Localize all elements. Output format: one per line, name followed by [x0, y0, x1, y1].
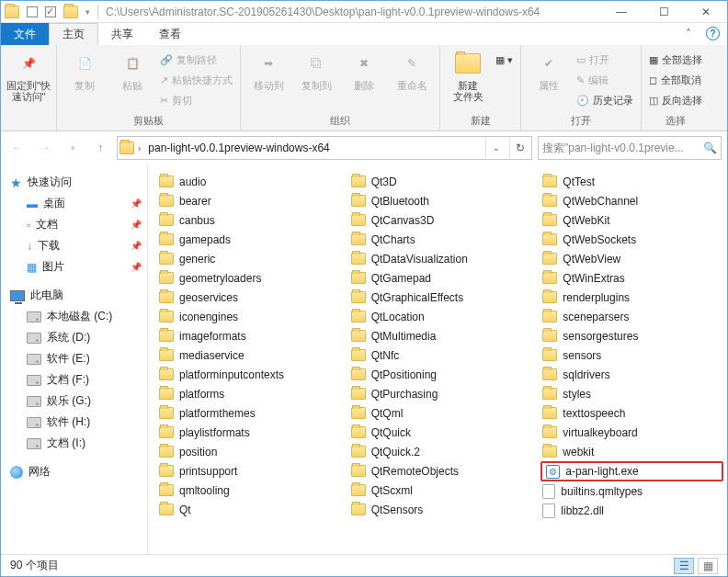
folder-item[interactable]: QtGamepad [349, 268, 532, 288]
view-details-button[interactable]: ☰ [674, 558, 694, 574]
folder-item[interactable]: renderplugins [540, 288, 723, 307]
folder-item[interactable]: imageformats [157, 326, 340, 345]
folder-item[interactable]: QtRemoteObjects [349, 461, 532, 481]
qat-checkbox-2[interactable] [45, 6, 56, 17]
close-button[interactable]: ✕ [685, 1, 727, 23]
delete-button[interactable]: ✖删除 [342, 49, 386, 91]
folder-item[interactable]: QtSensors [349, 500, 532, 519]
copy-button[interactable]: 📄复制 [63, 49, 107, 91]
folder-item[interactable]: styles [540, 384, 723, 403]
pin-to-quick-access-button[interactable]: 📌 固定到"快 速访问" [6, 49, 51, 102]
folder-item[interactable]: bearer [157, 191, 340, 210]
minimize-button[interactable]: — [600, 1, 643, 23]
paste-shortcut-button[interactable]: ↗粘贴快捷方式 [158, 71, 234, 89]
qat-checkbox-1[interactable] [27, 6, 38, 17]
folder-item[interactable]: position [157, 442, 340, 461]
cut-button[interactable]: ✂剪切 [158, 91, 234, 109]
nav-drive[interactable]: 文档 (F:) [8, 369, 143, 390]
file-list[interactable]: audiobearercanbusgamepadsgenericgeometry… [148, 164, 727, 554]
folder-item[interactable]: QtBluetooth [349, 191, 532, 210]
folder-item[interactable]: QtTest [540, 172, 723, 191]
open-button[interactable]: ▭打开 [574, 51, 635, 69]
folder-item[interactable]: mediaservice [157, 345, 340, 365]
history-button[interactable]: 🕘历史记录 [574, 91, 635, 109]
folder-item[interactable]: QtWebSockets [540, 230, 723, 249]
qat-dropdown-caret[interactable]: ▾ [85, 7, 90, 17]
folder-item[interactable]: QtWinExtras [540, 268, 723, 288]
folder-item[interactable]: iconengines [157, 307, 340, 326]
folder-item[interactable]: geoservices [157, 288, 340, 307]
recent-dropdown[interactable]: ▾ [62, 137, 84, 159]
folder-item[interactable]: QtQuick [349, 423, 532, 442]
folder-item[interactable]: QtDataVisualization [349, 249, 532, 268]
new-item-button[interactable]: ▦ ▾ [494, 51, 515, 69]
folder-item[interactable]: QtGraphicalEffects [349, 288, 532, 307]
folder-item[interactable]: QtWebChannel [540, 191, 723, 210]
nav-desktop[interactable]: ▬桌面📌 [8, 193, 143, 214]
invert-selection-button[interactable]: ◫反向选择 [647, 91, 704, 109]
folder-item[interactable]: gamepads [157, 230, 340, 249]
select-none-button[interactable]: ◻全部取消 [647, 71, 704, 89]
ribbon-collapse-icon[interactable]: ˄ [678, 23, 699, 45]
nav-pictures[interactable]: ▦图片📌 [8, 256, 143, 277]
nav-drive[interactable]: 软件 (H:) [8, 412, 143, 433]
folder-item[interactable]: QtLocation [349, 307, 532, 326]
folder-item[interactable]: qmltooling [157, 481, 340, 500]
folder-item[interactable]: QtCanvas3D [349, 210, 532, 230]
folder-item[interactable]: QtCharts [349, 230, 532, 249]
nav-quick-access[interactable]: ★快速访问 [8, 172, 143, 193]
nav-drive[interactable]: 娱乐 (G:) [8, 390, 143, 412]
search-icon[interactable]: 🔍 [703, 141, 717, 154]
tab-file[interactable]: 文件 [1, 23, 49, 45]
folder-item[interactable]: canbus [157, 210, 340, 230]
folder-item[interactable]: QtNfc [349, 345, 532, 365]
nav-drive[interactable]: 系统 (D:) [8, 327, 143, 348]
edit-button[interactable]: ✎编辑 [574, 71, 635, 89]
up-button[interactable]: ↑ [89, 137, 111, 159]
folder-item[interactable]: QtPurchasing [349, 384, 532, 403]
refresh-button[interactable]: ↻ [509, 138, 529, 158]
folder-item[interactable]: QtPositioning [349, 365, 532, 384]
copyto-button[interactable]: ⿻复制到 [294, 49, 338, 91]
maximize-button[interactable]: ☐ [643, 1, 685, 23]
folder-item[interactable]: platformthemes [157, 403, 340, 423]
folder-item[interactable]: QtQml [349, 403, 532, 423]
folder-item[interactable]: texttospeech [540, 403, 723, 423]
tab-view[interactable]: 查看 [146, 23, 194, 45]
file-item[interactable]: builtins.qmltypes [540, 481, 723, 501]
folder-item[interactable]: playlistformats [157, 423, 340, 442]
folder-item[interactable]: sensors [540, 345, 723, 365]
folder-item[interactable]: audio [157, 172, 340, 191]
forward-button[interactable]: → [34, 137, 56, 159]
nav-drive[interactable]: 本地磁盘 (C:) [8, 306, 143, 327]
rename-button[interactable]: ✎重命名 [390, 49, 434, 91]
folder-item[interactable]: webkit [540, 442, 723, 461]
nav-drive[interactable]: 文档 (I:) [8, 433, 143, 454]
folder-item[interactable]: geometryloaders [157, 268, 340, 288]
folder-item[interactable]: QtQuick.2 [349, 442, 532, 461]
tab-share[interactable]: 共享 [98, 23, 146, 45]
folder-item[interactable]: QtWebView [540, 249, 723, 268]
folder-item[interactable]: platforminputcontexts [157, 365, 340, 384]
qat-folder-icon[interactable] [63, 6, 78, 18]
folder-item[interactable]: Qt [157, 500, 340, 519]
address-dropdown-button[interactable]: ⌄ [485, 138, 506, 158]
nav-this-pc[interactable]: 此电脑 [8, 285, 143, 306]
nav-network[interactable]: 网络 [8, 461, 143, 482]
moveto-button[interactable]: ➡移动到 [246, 49, 290, 91]
folder-item[interactable]: Qt3D [349, 172, 532, 191]
window-icon[interactable] [5, 6, 19, 18]
address-bar[interactable]: › pan-light-v0.0.1preview-windows-x64 ⌄ … [117, 136, 532, 160]
properties-button[interactable]: ✔属性 [527, 49, 571, 91]
new-folder-button[interactable]: 新建 文件夹 [446, 49, 490, 102]
file-item[interactable]: libbz2.dll [540, 501, 723, 520]
file-item[interactable]: ⚙a-pan-light.exe [540, 461, 723, 481]
nav-drive[interactable]: 软件 (E:) [8, 348, 143, 369]
copy-path-button[interactable]: 🔗复制路径 [158, 51, 234, 69]
folder-item[interactable]: printsupport [157, 461, 340, 481]
select-all-button[interactable]: ▦全部选择 [647, 51, 704, 69]
back-button[interactable]: ← [6, 137, 28, 159]
paste-button[interactable]: 📋粘贴 [110, 49, 154, 91]
view-icons-button[interactable]: ▦ [698, 558, 718, 574]
folder-item[interactable]: QtWebKit [540, 210, 723, 230]
